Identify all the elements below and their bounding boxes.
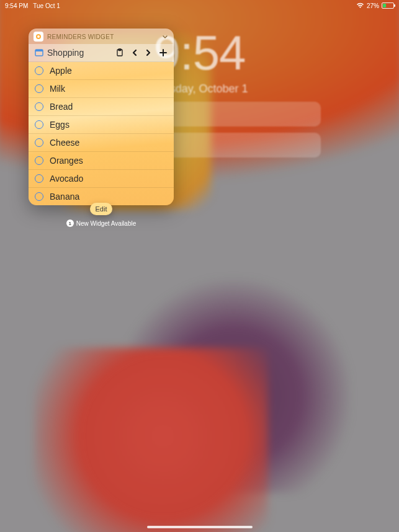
item-label: Bread (50, 102, 73, 112)
radio-icon[interactable] (35, 192, 43, 201)
new-widget-notice[interactable]: 1 New Widget Available (0, 219, 202, 227)
wifi-icon (356, 2, 364, 9)
radio-icon[interactable] (35, 120, 43, 129)
svg-rect-1 (35, 50, 43, 51)
list-toolbar: Shopping (29, 44, 174, 62)
list-icon (35, 48, 43, 57)
radio-icon[interactable] (35, 102, 43, 111)
new-widget-label: New Widget Available (76, 220, 137, 227)
plus-icon[interactable] (159, 48, 168, 57)
list-item[interactable]: Apple (29, 62, 174, 80)
item-label: Banana (50, 192, 79, 202)
radio-icon[interactable] (35, 84, 43, 93)
battery-icon (382, 2, 394, 9)
home-indicator[interactable] (147, 526, 253, 528)
radio-icon[interactable] (35, 156, 43, 165)
badge-count: 1 (66, 219, 74, 227)
list-item[interactable]: Milk (29, 80, 174, 98)
edit-button[interactable]: Edit (90, 203, 112, 215)
item-label: Apple (50, 66, 72, 76)
list-item[interactable]: Bread (29, 98, 174, 116)
chevron-right-icon[interactable] (145, 48, 151, 57)
item-label: Cheese (50, 138, 79, 148)
status-bar: 9:54 PM Tue Oct 1 27% (0, 0, 399, 11)
list-name: Shopping (47, 48, 112, 58)
widget-title: REMINDERS WIDGET (47, 33, 114, 40)
reminders-widget[interactable]: REMINDERS WIDGET Shopping AppleMilkBread… (29, 29, 174, 205)
radio-icon[interactable] (35, 66, 43, 75)
list-item[interactable]: Oranges (29, 152, 174, 170)
battery-percentage: 27% (367, 2, 379, 9)
list-item[interactable]: Avocado (29, 170, 174, 188)
radio-icon[interactable] (35, 174, 43, 183)
clipboard-icon[interactable] (115, 48, 124, 57)
status-date: Tue Oct 1 (33, 2, 60, 9)
widget-header[interactable]: REMINDERS WIDGET (29, 29, 174, 44)
reminders-app-icon (34, 32, 43, 42)
list-item[interactable]: Eggs (29, 116, 174, 134)
item-label: Eggs (50, 120, 69, 130)
item-label: Avocado (50, 174, 83, 184)
item-label: Oranges (50, 156, 83, 166)
list-item[interactable]: Cheese (29, 134, 174, 152)
status-time: 9:54 PM (5, 2, 28, 9)
radio-icon[interactable] (35, 138, 43, 147)
reminder-list: AppleMilkBreadEggsCheeseOrangesAvocadoBa… (29, 62, 174, 205)
chevron-left-icon[interactable] (132, 48, 138, 57)
chevron-down-icon[interactable] (161, 32, 169, 43)
item-label: Milk (50, 84, 65, 94)
